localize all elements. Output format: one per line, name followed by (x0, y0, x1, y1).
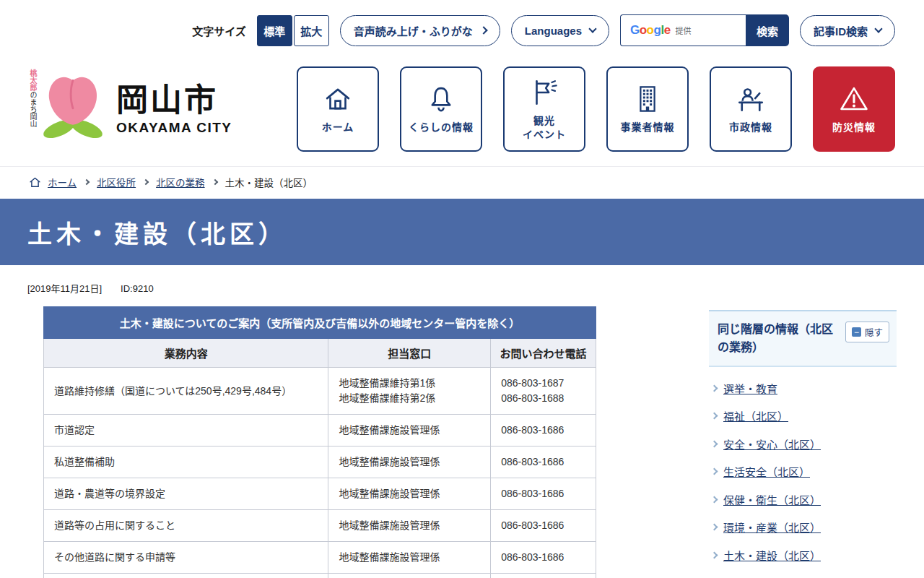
page: 文字サイズ 標準 拡大 音声読み上げ・ふりがな Languages Google… (0, 0, 924, 578)
table-caption: 土木・建設についてのご案内（支所管内及び吉備以外の地域センター管内を除く） (44, 307, 596, 339)
cell-phone: 086-803-1686 (491, 542, 596, 574)
nav-item-flag[interactable]: 観光 イベント (503, 66, 585, 152)
cell-office: 地域整備課施設管理係 (328, 510, 491, 542)
article-id: ID:9210 (121, 283, 154, 294)
text-size-standard-button[interactable]: 標準 (257, 15, 292, 46)
chevron-right-icon (711, 551, 718, 558)
breadcrumb: ホーム北区役所北区の業務土木・建設（北区） (0, 166, 924, 199)
chevron-down-icon (874, 25, 882, 33)
column-header-task: 業務内容 (44, 339, 328, 368)
nav-item-bell[interactable]: くらしの情報 (400, 66, 482, 152)
page-title-banner: 土木・建設（北区） (0, 199, 924, 265)
google-provided-label: 提供 (676, 25, 692, 36)
nav-item-label: 市政情報 (729, 121, 772, 134)
chevron-down-icon (588, 25, 596, 33)
search-input[interactable]: Google 提供 (620, 14, 746, 46)
nav-item-label: 観光 イベント (523, 114, 566, 142)
cell-office: 地域整備課施設管理係 (328, 478, 491, 510)
table-row: 道路維持修繕（国道については250号,429号,484号）地域整備課維持第1係地… (44, 368, 596, 415)
breadcrumb-item[interactable]: ホーム (48, 175, 77, 189)
text-size-large-button[interactable]: 拡大 (294, 15, 329, 46)
sidebar-link[interactable]: 保健・衛生（北区） (723, 493, 821, 509)
nav-item-warning[interactable]: 防災情報 (813, 66, 895, 152)
content: [2019年11月21日]ID:9210 土木・建設についてのご案内（支所管内及… (0, 265, 924, 578)
table-row: 道路等の占用に関すること地域整備課施設管理係086-803-1686 (44, 510, 596, 542)
breadcrumb-item[interactable]: 北区役所 (97, 175, 136, 189)
breadcrumb-list: ホーム北区役所北区の業務土木・建設（北区） (48, 175, 313, 189)
sidebar-link-item: 福祉（北区） (712, 403, 894, 431)
table-row: 公園維持管理地域整備課維持第2係086-803-1688 (44, 574, 596, 578)
breadcrumb-separator-icon (143, 179, 149, 185)
table-row: 市道認定地域整備課施設管理係086-803-1686 (44, 415, 596, 447)
breadcrumb-home-icon (29, 176, 41, 189)
nav-item-label: 防災情報 (832, 121, 876, 134)
sidebar-link[interactable]: 環境・産業（北区） (723, 520, 821, 537)
chevron-right-icon (711, 440, 718, 447)
column-header-office: 担当窓口 (328, 339, 491, 368)
main-nav: ホームくらしの情報観光 イベント事業者情報市政情報防災情報 (297, 66, 895, 152)
main-column: [2019年11月21日]ID:9210 土木・建設についてのご案内（支所管内及… (27, 265, 599, 578)
peach-logo-icon: 桃太郎のまち岡山 (29, 66, 108, 143)
warning-icon (839, 84, 869, 114)
article-date: [2019年11月21日] (27, 283, 102, 294)
sidebar-hide-button[interactable]: 隠す (845, 322, 889, 342)
search-button[interactable]: 検索 (746, 14, 789, 46)
sidebar-title: 同じ階層の情報（北区の業務） (718, 321, 842, 357)
cell-office: 地域整備課維持第1係地域整備課維持第2係 (328, 368, 491, 415)
chevron-right-icon (711, 496, 718, 503)
article-meta: [2019年11月21日]ID:9210 (27, 265, 599, 306)
column-header-phone: お問い合わせ電話 (491, 339, 596, 368)
info-table: 土木・建設についてのご案内（支所管内及び吉備以外の地域センター管内を除く） 業務… (43, 306, 596, 578)
breadcrumb-item[interactable]: 北区の業務 (156, 175, 205, 189)
article-id-search-button[interactable]: 記事ID検索 (800, 15, 895, 46)
table-row: 私道整備補助地域整備課施設管理係086-803-1686 (44, 447, 596, 478)
sidebar-link[interactable]: 福祉（北区） (723, 409, 788, 426)
cell-phone: 086-803-1686 (491, 447, 596, 478)
cell-office: 地域整備課施設管理係 (328, 542, 491, 574)
sidebar-link[interactable]: 生活安全（北区） (723, 465, 810, 481)
cell-phone: 086-803-1686 (491, 415, 596, 447)
sidebar-link[interactable]: 安全・安心（北区） (723, 437, 821, 454)
cell-phone: 086-803-1686 (491, 478, 596, 510)
chevron-right-icon (711, 384, 718, 392)
reception-icon (736, 84, 766, 114)
sidebar-link-item: 選挙・教育 (712, 376, 894, 404)
languages-button[interactable]: Languages (511, 15, 609, 46)
cell-phone: 086-803-1688 (491, 574, 596, 578)
article-id-search-label: 記事ID検索 (814, 23, 868, 38)
nav-item-label: 事業者情報 (621, 121, 675, 134)
sidebar-link[interactable]: 土木・建設（北区） (723, 548, 821, 565)
flag-icon (529, 77, 559, 108)
text-size-label: 文字サイズ (192, 23, 246, 38)
breadcrumb-item: 土木・建設（北区） (225, 175, 313, 189)
nav-item-building[interactable]: 事業者情報 (606, 66, 689, 152)
sidebar-link-item: 戸籍・住民票・印鑑証明ほか (712, 570, 894, 578)
sidebar-link-item: 環境・産業（北区） (712, 514, 894, 543)
cell-office: 地域整備課施設管理係 (328, 415, 491, 447)
sidebar-link-item: 生活安全（北区） (712, 459, 894, 487)
sidebar-link[interactable]: 選挙・教育 (723, 381, 777, 398)
breadcrumb-separator-icon (212, 179, 217, 185)
cell-phone: 086-803-1687086-803-1688 (491, 368, 596, 415)
city-name: 岡山市 (116, 84, 232, 117)
voice-reading-label: 音声読み上げ・ふりがな (354, 23, 473, 38)
table-body: 道路維持修繕（国道については250号,429号,484号）地域整備課維持第1係地… (44, 368, 596, 578)
city-name-en: OKAYAMA CITY (116, 120, 232, 136)
nav-item-reception[interactable]: 市政情報 (710, 66, 792, 152)
table-row: その他道路に関する申請等地域整備課施設管理係086-803-1686 (44, 542, 596, 574)
sidebar: 同じ階層の情報（北区の業務） 隠す 選挙・教育福祉（北区）安全・安心（北区）生活… (709, 310, 897, 578)
page-title: 土木・建設（北区） (27, 215, 287, 250)
sidebar-link-item: 土木・建設（北区） (712, 543, 894, 571)
table-header-row: 業務内容 担当窓口 お問い合わせ電話 (44, 339, 596, 368)
site-logo[interactable]: 桃太郎のまち岡山 岡山市 OKAYAMA CITY (29, 66, 232, 143)
sidebar-header: 同じ階層の情報（北区の業務） 隠す (709, 310, 897, 367)
chevron-right-icon (479, 26, 487, 34)
cell-task: 道路等の占用に関すること (44, 510, 328, 542)
text-size-toggle: 標準 拡大 (257, 15, 329, 46)
voice-reading-button[interactable]: 音声読み上げ・ふりがな (340, 15, 500, 46)
nav-item-home[interactable]: ホーム (297, 66, 379, 152)
cell-office: 地域整備課施設管理係 (328, 447, 491, 478)
cell-task: 私道整備補助 (44, 447, 328, 478)
breadcrumb-separator-icon (84, 179, 90, 185)
logo-tagline-top: 桃太郎 (29, 69, 37, 91)
